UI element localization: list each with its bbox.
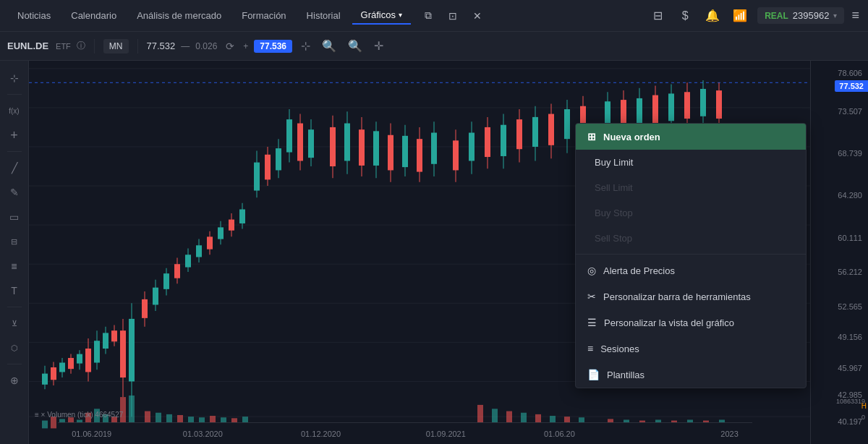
svg-rect-20	[77, 354, 82, 364]
price-minus: —	[181, 41, 190, 51]
share-tool[interactable]: ⊕	[3, 369, 26, 392]
symbol-name[interactable]: EUNL.DE	[7, 40, 48, 51]
plus-icon: +	[243, 41, 248, 51]
svg-rect-108	[668, 93, 674, 121]
window-controls: ⧉ ⊡ ✕	[418, 6, 488, 26]
symbol-type: ETF	[56, 42, 71, 51]
tool-separator-3	[7, 307, 22, 307]
nav-historial[interactable]: Historial	[298, 7, 349, 24]
svg-rect-12	[42, 374, 48, 385]
zoom-in-button[interactable]: 🔍	[345, 38, 365, 54]
personalizar-vista-icon: ☰	[587, 317, 597, 328]
svg-rect-70	[359, 129, 365, 166]
svg-rect-38	[163, 273, 169, 289]
svg-rect-88	[501, 125, 506, 156]
svg-rect-80	[431, 133, 437, 164]
menu-item-nueva-orden[interactable]: ⊞ Nueva orden	[576, 124, 806, 150]
svg-rect-82	[453, 140, 459, 170]
menu-item-plantillas[interactable]: 📄 Plantillas	[576, 362, 806, 388]
svg-rect-60	[286, 119, 292, 152]
svg-rect-26	[103, 333, 109, 349]
svg-rect-115	[42, 421, 48, 429]
add-tool[interactable]: +	[3, 124, 26, 147]
svg-rect-56	[265, 155, 271, 180]
toolbar-separator-1	[94, 39, 95, 54]
timeframe-button[interactable]: MN	[103, 39, 129, 54]
zoom-fit-button[interactable]: ⊹	[298, 38, 313, 54]
price-badge: 77.536	[254, 40, 292, 53]
svg-rect-84	[469, 133, 475, 161]
pencil-tool[interactable]: ✎	[3, 181, 26, 204]
fib-tool[interactable]: ≣	[3, 255, 26, 278]
svg-rect-54	[254, 163, 260, 191]
toolbar-separator-2	[137, 39, 138, 54]
menu-item-buy-stop: Buy Stop	[576, 200, 806, 226]
svg-rect-62	[297, 124, 303, 161]
svg-rect-28	[111, 330, 117, 341]
window-expand-icon[interactable]: ⊡	[443, 6, 463, 26]
menu-item-sesiones[interactable]: ≡ Sesiones	[576, 336, 806, 362]
volume-label: ≡ × Volumen (tick) 4664527	[35, 411, 123, 419]
svg-rect-110	[684, 92, 690, 119]
current-price: 77.532	[147, 40, 176, 51]
nav-noticias[interactable]: Noticias	[9, 7, 59, 24]
text-tool[interactable]: T	[3, 279, 26, 302]
nav-formacion[interactable]: Formación	[233, 7, 294, 24]
line-tool[interactable]: ╱	[3, 156, 26, 179]
window-popout-icon[interactable]: ⧉	[418, 6, 438, 26]
menu-separator-1	[576, 254, 806, 255]
measure-tool[interactable]: ⊟	[3, 230, 26, 253]
crosshair-button[interactable]: ✛	[371, 38, 386, 54]
dollar-sign-icon[interactable]: $	[675, 6, 695, 26]
nav-graficos[interactable]: Gráficos ▾	[352, 7, 411, 25]
indicator-tool[interactable]: f(x)	[3, 99, 26, 122]
nav-right-section: ⊟ $ 🔔 📶 REAL 2395962 ▾ ≡	[647, 6, 859, 26]
menu-item-alerta-precios[interactable]: ◎ Alerta de Precios	[576, 257, 806, 283]
time-label-3: 01.12.2020	[301, 430, 341, 438]
account-chevron-icon: ▾	[833, 12, 837, 20]
svg-rect-48	[218, 227, 224, 239]
svg-rect-44	[196, 245, 202, 257]
plantillas-icon: 📄	[587, 369, 600, 380]
chart-toolbar: EUNL.DE ETF ⓘ MN 77.532 — 0.026 ⟳ + 77.5…	[0, 32, 868, 61]
cursor-tool[interactable]: ⊹	[3, 67, 26, 90]
tool-separator-1	[7, 94, 22, 95]
info-icon[interactable]: ⓘ	[77, 40, 85, 52]
svg-rect-86	[485, 127, 490, 157]
price-label-5: 60.111	[838, 234, 868, 242]
menu-item-personalizar-barra[interactable]: ✂ Personalizar barra de herramientas	[576, 283, 806, 309]
menu-item-buy-limit[interactable]: Buy Limit	[576, 150, 806, 175]
svg-rect-72	[373, 131, 379, 166]
price-label-7: 52.565	[838, 302, 868, 311]
svg-rect-112	[700, 89, 706, 116]
menu-item-personalizar-vista[interactable]: ☰ Personalizar la vista del gráfico	[576, 309, 806, 336]
bell-icon[interactable]: 🔔	[702, 6, 723, 26]
price-change: 0.026	[195, 41, 217, 51]
price-label-4: 64.280	[838, 191, 868, 200]
nav-calendario[interactable]: Calendario	[62, 7, 125, 24]
volume-tool[interactable]: ⊻	[3, 312, 26, 335]
sesiones-icon: ≡	[587, 343, 593, 354]
nav-analisis[interactable]: Análisis de mercado	[128, 7, 230, 24]
refresh-button[interactable]: ⟳	[223, 39, 237, 54]
hamburger-icon[interactable]: ≡	[851, 8, 859, 23]
price-label-2: 73.507	[838, 107, 868, 116]
svg-rect-78	[417, 139, 422, 171]
window-close-icon[interactable]: ✕	[467, 6, 488, 26]
left-toolbar: ⊹ f(x) + ╱ ✎ ▭ ⊟ ≣ T ⊻ ⬡ ⊕	[0, 61, 29, 444]
svg-rect-50	[229, 220, 234, 231]
layers-tool[interactable]: ⬡	[3, 336, 26, 359]
time-label-5: 01.06.20	[544, 430, 575, 438]
account-number: 2395962	[793, 10, 830, 21]
monitor-icon[interactable]: ⊟	[647, 6, 668, 26]
svg-rect-52	[239, 210, 245, 223]
svg-rect-24	[94, 341, 100, 362]
wifi-icon[interactable]: 📶	[730, 6, 750, 26]
account-badge[interactable]: REAL 2395962 ▾	[757, 7, 844, 24]
svg-rect-74	[388, 135, 393, 171]
time-label-4: 01.09.2021	[426, 430, 466, 438]
svg-rect-66	[330, 127, 336, 166]
zoom-out-button[interactable]: 🔍	[319, 38, 339, 54]
svg-rect-42	[185, 255, 191, 267]
rect-tool[interactable]: ▭	[3, 205, 26, 229]
